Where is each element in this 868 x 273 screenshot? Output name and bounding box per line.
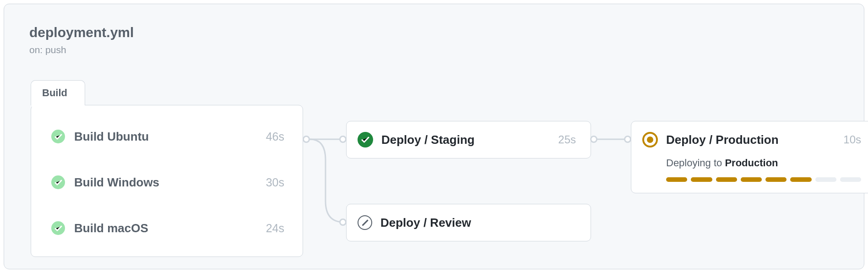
check-circle-icon [51,221,65,235]
connector-dot [590,136,597,143]
progress-segment [790,177,811,182]
job-name: Build Windows [74,175,266,190]
progress-bar [666,177,861,182]
connector-dot [303,136,310,143]
connector-dot [339,136,347,143]
progress-segment [716,177,737,182]
job-name: Build macOS [74,221,266,235]
job-name: Deploy / Production [666,133,843,147]
job-row-build-ubuntu[interactable]: Build Ubuntu 46s [31,114,303,159]
check-circle-icon [51,130,65,143]
job-duration: 10s [843,133,861,146]
progress-segment [691,177,712,182]
job-row-build-macos[interactable]: Build macOS 24s [31,205,303,251]
connector-dot [624,136,631,143]
check-circle-icon [358,132,373,147]
job-duration: 46s [266,130,284,143]
job-card-deploy-review[interactable]: Deploy / Review [346,204,591,241]
group-tab-build[interactable]: Build [31,80,85,105]
job-duration: 25s [558,133,576,146]
workflow-filename: deployment.yml [29,25,134,40]
progress-segment [666,177,687,182]
connector-dot [339,218,347,226]
build-group-card[interactable]: Build Ubuntu 46s Build Windows 30s Build… [31,105,303,257]
job-duration: 24s [266,222,284,235]
progress-segment [815,177,836,182]
workflow-trigger: on: push [29,44,66,55]
deploy-status-text: Deploying to Production [666,157,778,169]
running-icon [642,132,658,147]
progress-segment [741,177,762,182]
skipped-icon [358,215,372,230]
check-circle-icon [51,175,65,189]
job-name: Deploy / Review [380,216,576,230]
job-card-deploy-production[interactable]: Deploy / Production 10s Deploying to Pro… [631,121,868,193]
progress-segment [765,177,787,182]
job-row-build-windows[interactable]: Build Windows 30s [31,159,303,205]
workflow-graph: deployment.yml on: push Build Build Ubun… [4,4,864,269]
job-name: Build Ubuntu [74,130,266,144]
job-name: Deploy / Staging [381,133,558,147]
job-duration: 30s [266,176,284,189]
progress-segment [840,177,861,182]
job-card-deploy-staging[interactable]: Deploy / Staging 25s [346,121,591,158]
